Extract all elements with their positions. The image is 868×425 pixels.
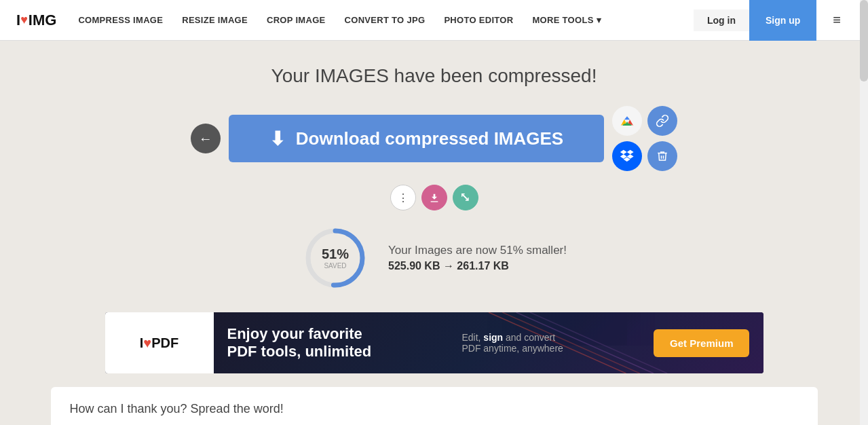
download-small-icon — [429, 192, 440, 203]
share-row-bottom — [612, 141, 677, 171]
scrollbar-track[interactable] — [860, 0, 868, 425]
resize-icon — [460, 192, 471, 203]
thank-text: How can I thank you? Spread the word! — [70, 402, 799, 416]
action-row: ⋮ — [390, 185, 478, 210]
navbar: I ♥ IMG COMPRESS IMAGE RESIZE IMAGE CROP… — [0, 0, 868, 41]
ad-headline: Enjoy your favoritePDF tools, unlimited — [227, 325, 372, 361]
ad-content: Enjoy your favoritePDF tools, unlimited … — [214, 312, 763, 373]
success-title: Your IMAGES have been compressed! — [271, 65, 597, 87]
back-button[interactable]: ← — [191, 124, 221, 153]
size-info: 525.90 KB → 261.17 KB — [388, 260, 567, 272]
share-row-top — [612, 106, 677, 136]
logo-i: I — [16, 12, 20, 29]
share-icons — [612, 106, 677, 171]
dropbox-icon — [620, 149, 635, 164]
get-premium-button[interactable]: Get Premium — [654, 329, 749, 357]
thank-section: How can I thank you? Spread the word! — [51, 387, 818, 425]
download-label: Download compressed IMAGES — [296, 128, 563, 149]
progress-section: 51% SAVED Your Images are now 51% smalle… — [301, 224, 567, 292]
progress-info: Your Images are now 51% smaller! 525.90 … — [388, 244, 567, 272]
single-download-button[interactable] — [421, 185, 447, 210]
delete-button[interactable] — [647, 141, 677, 171]
saved-label: SAVED — [322, 262, 349, 270]
download-row: ← ⬇ Download compressed IMAGES — [191, 106, 677, 171]
link-icon — [656, 114, 669, 128]
download-icon: ⬇ — [269, 128, 285, 150]
share-link-button[interactable] — [647, 106, 677, 136]
progress-circle: 51% SAVED — [301, 224, 369, 292]
ad-sub-group: Edit, sign and convert PDF anytime, anyw… — [461, 332, 563, 354]
google-drive-icon — [620, 113, 635, 128]
compression-description: Your Images are now 51% smaller! — [388, 244, 567, 257]
ad-logo-text: I♥PDF — [140, 335, 178, 351]
ad-logo: I♥PDF — [105, 312, 214, 373]
main-content: Your IMAGES have been compressed! ← ⬇ Do… — [0, 41, 868, 425]
nav-photo-editor[interactable]: PHOTO EDITOR — [444, 15, 513, 25]
ad-subline1: Edit, sign and convert — [461, 332, 563, 343]
ad-banner: I♥PDF Enjoy your favoritePDF tools, unli… — [105, 312, 763, 373]
logo-img: IMG — [29, 12, 57, 29]
nav-compress[interactable]: COMPRESS IMAGE — [78, 15, 163, 25]
nav-convert[interactable]: CONVERT TO JPG — [345, 15, 426, 25]
scrollbar-thumb[interactable] — [860, 0, 868, 81]
nav-links: COMPRESS IMAGE RESIZE IMAGE CROP IMAGE C… — [78, 15, 694, 25]
ad-subline2: PDF anytime, anywhere — [461, 343, 563, 354]
signup-button[interactable]: Sign up — [749, 0, 816, 41]
logo[interactable]: I ♥ IMG — [16, 12, 56, 29]
percent-label: 51% — [322, 246, 349, 262]
circle-text: 51% SAVED — [322, 246, 349, 270]
chevron-down-icon: ▾ — [597, 15, 601, 25]
trash-icon — [656, 150, 668, 162]
download-button[interactable]: ⬇ Download compressed IMAGES — [229, 115, 604, 162]
login-button[interactable]: Log in — [694, 10, 749, 31]
nav-resize[interactable]: RESIZE IMAGE — [182, 15, 248, 25]
logo-heart: ♥ — [20, 13, 28, 27]
nav-right: Log in Sign up ≡ — [694, 0, 852, 41]
nav-crop[interactable]: CROP IMAGE — [267, 15, 326, 25]
more-options-button[interactable]: ⋮ — [390, 185, 416, 210]
share-google-drive-button[interactable] — [612, 106, 642, 136]
menu-button[interactable]: ≡ — [822, 7, 852, 33]
share-dropbox-button[interactable] — [612, 141, 642, 171]
resize-action-button[interactable] — [453, 185, 478, 210]
nav-more-tools[interactable]: MORE TOOLS ▾ — [532, 15, 601, 25]
ad-headline-group: Enjoy your favoritePDF tools, unlimited — [227, 325, 372, 361]
